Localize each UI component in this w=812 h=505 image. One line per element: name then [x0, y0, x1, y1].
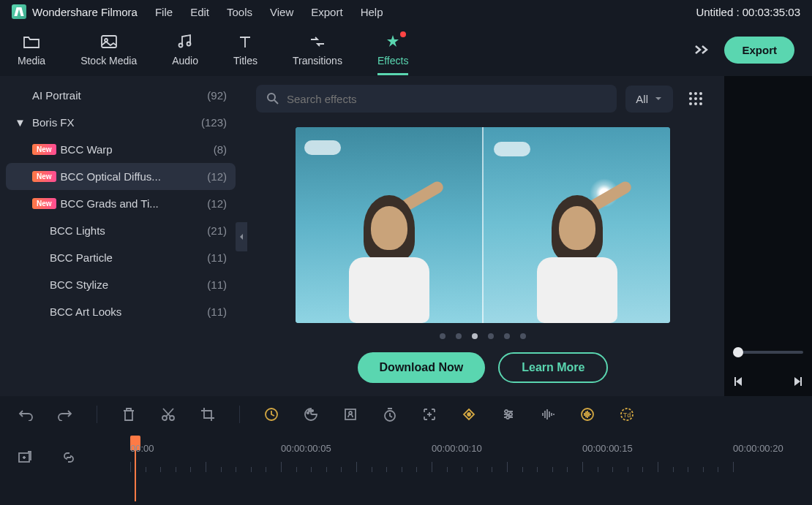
music-icon	[176, 33, 194, 50]
svg-point-2	[179, 44, 183, 48]
more-tabs-icon[interactable]	[693, 44, 710, 56]
tree-item[interactable]: BCC Particle(11)	[0, 244, 241, 271]
menu-tools[interactable]: Tools	[227, 6, 252, 18]
text-icon	[236, 33, 254, 50]
learn-more-button[interactable]: Learn More	[498, 352, 608, 383]
menubar: File Edit Tools View Export Help	[155, 6, 383, 18]
menu-export[interactable]: Export	[311, 6, 342, 18]
carousel-dot[interactable]	[488, 333, 494, 339]
tree-item-label: BCC Particle	[50, 251, 207, 264]
tab-audio[interactable]: Audio	[172, 33, 198, 67]
svg-point-4	[268, 94, 275, 101]
tab-stock-media[interactable]: Stock Media	[80, 33, 137, 67]
titlebar: Wondershare Filmora File Edit Tools View…	[0, 0, 812, 23]
transitions-icon	[309, 33, 326, 50]
tree-item-label: Boris FX	[32, 116, 201, 129]
tree-item-label: AI Portrait	[32, 89, 207, 102]
motion-tracking-button[interactable]	[421, 406, 437, 422]
adjust-button[interactable]	[500, 406, 516, 422]
tree-item[interactable]: NewBCC Grads and Ti...(12)	[0, 190, 241, 217]
menu-view[interactable]: View	[270, 6, 293, 18]
crop-button[interactable]	[200, 406, 216, 422]
carousel-dot[interactable]	[520, 333, 526, 339]
tab-effects[interactable]: Effects	[377, 33, 409, 67]
menu-file[interactable]: File	[155, 6, 173, 18]
time-mark: 00:00:00:05	[281, 443, 331, 454]
grid-view-button[interactable]	[682, 85, 710, 113]
svg-point-3	[187, 42, 191, 46]
speed-button[interactable]	[263, 406, 279, 422]
app-logo: Wondershare Filmora	[12, 4, 138, 19]
color-button[interactable]	[303, 406, 319, 422]
search-box[interactable]	[256, 85, 617, 113]
svg-point-18	[509, 413, 512, 416]
svg-point-10	[307, 412, 309, 414]
export-button[interactable]: Export	[724, 37, 794, 64]
duration-button[interactable]	[382, 406, 398, 422]
next-frame-button[interactable]	[792, 376, 803, 387]
menu-edit[interactable]: Edit	[190, 6, 209, 18]
add-track-button[interactable]	[18, 450, 32, 465]
carousel-dots	[440, 333, 526, 339]
link-button[interactable]	[61, 450, 76, 465]
effects-sidebar[interactable]: AI Portrait(92)▼Boris FX(123)NewBCC Warp…	[0, 76, 241, 396]
tree-item[interactable]: BCC Art Looks(11)	[0, 298, 241, 325]
image-icon	[100, 33, 118, 50]
menu-help[interactable]: Help	[361, 6, 383, 18]
green-screen-button[interactable]	[342, 406, 358, 422]
sidebar-collapse-handle[interactable]	[236, 222, 247, 251]
tree-item-count: (21)	[207, 224, 227, 237]
tree-item[interactable]: ▼Boris FX(123)	[0, 109, 241, 136]
tree-item[interactable]: BCC Stylize(11)	[0, 271, 241, 298]
keyframe-button[interactable]	[461, 406, 477, 422]
svg-point-12	[312, 410, 313, 411]
delete-button[interactable]	[121, 406, 137, 422]
carousel-dot[interactable]	[504, 333, 510, 339]
preview-slider[interactable]	[733, 351, 803, 354]
effects-content: All Download Now	[241, 76, 724, 396]
new-badge: New	[32, 198, 56, 209]
tab-titles[interactable]: Titles	[233, 33, 257, 67]
svg-point-11	[309, 410, 310, 411]
audio-stretch-button[interactable]	[579, 406, 595, 422]
time-mark: 00:00:00:15	[582, 443, 633, 454]
preview-panel	[724, 76, 812, 396]
tab-media[interactable]: Media	[18, 33, 45, 67]
slider-thumb[interactable]	[733, 347, 743, 357]
tree-item-label: BCC Grads and Ti...	[61, 197, 208, 210]
text-effect-button[interactable]: Td	[619, 406, 635, 422]
download-now-button[interactable]: Download Now	[358, 352, 486, 383]
tree-item[interactable]: NewBCC Optical Diffus...(12)	[6, 163, 236, 190]
main-toolbar: Media Stock Media Audio Titles Transitio…	[0, 23, 812, 76]
svg-text:Td: Td	[623, 411, 631, 419]
new-badge: New	[32, 171, 56, 182]
cut-button[interactable]	[160, 406, 176, 422]
filter-dropdown[interactable]: All	[625, 86, 673, 113]
filmora-logo-icon	[12, 4, 26, 19]
carousel-dot[interactable]	[472, 333, 478, 339]
tree-item-count: (11)	[207, 305, 227, 318]
project-status: Untitled : 00:03:35:03	[696, 6, 800, 18]
carousel-dot[interactable]	[440, 333, 446, 339]
tree-item-count: (92)	[207, 89, 227, 102]
notification-dot	[400, 31, 406, 37]
tree-item[interactable]: NewBCC Warp(8)	[0, 136, 241, 163]
redo-button[interactable]	[57, 406, 73, 422]
search-input[interactable]	[287, 93, 606, 105]
prev-frame-button[interactable]	[733, 376, 745, 387]
tree-item[interactable]: BCC Lights(21)	[0, 217, 241, 244]
tree-item[interactable]: AI Portrait(92)	[0, 82, 241, 109]
timeline[interactable]: 00:0000:00:00:0500:00:00:1000:00:00:1500…	[0, 433, 812, 505]
time-mark: 00:00	[130, 443, 154, 454]
undo-button[interactable]	[18, 406, 34, 422]
chevron-down-icon: ▼	[15, 116, 26, 129]
effects-wand-icon	[384, 33, 402, 50]
effect-preview: Download Now Learn More	[256, 127, 710, 383]
tree-item-count: (12)	[207, 197, 227, 210]
carousel-dot[interactable]	[456, 333, 462, 339]
main-area: AI Portrait(92)▼Boris FX(123)NewBCC Warp…	[0, 76, 812, 396]
tab-transitions[interactable]: Transitions	[293, 33, 342, 67]
svg-point-16	[467, 413, 470, 416]
svg-point-14	[349, 411, 352, 414]
audio-eq-button[interactable]	[540, 406, 556, 422]
